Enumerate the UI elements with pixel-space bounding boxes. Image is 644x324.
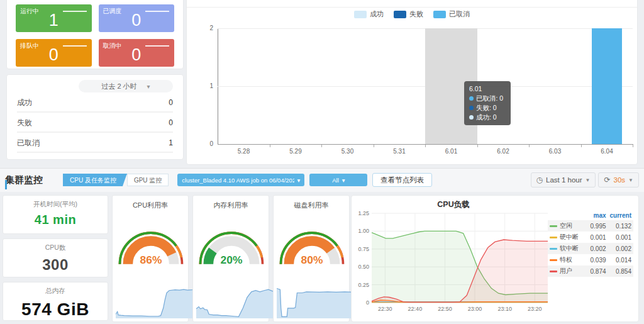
legend-current-value: 0.854 [608,265,633,277]
tab-cpu-monitor[interactable]: CPU 及任务监控 [63,174,127,186]
title-accent-bar [5,180,7,189]
time-range-select-label: 过去 2 小时 [101,82,136,91]
time-range-select[interactable]: 过去 2 小时 ▾ [79,80,173,92]
tab-gpu-monitor[interactable]: GPU 监控 [127,174,169,186]
stat-card-value: 0 [99,11,175,30]
divider [187,7,637,8]
x-tick-label: 6.01 [425,148,477,155]
legend-max-header: max [586,211,608,220]
cpu-load-chart[interactable]: 00.250.500.751.001.2522:3022:4022:5023:0… [355,208,552,320]
refresh-interval-label: 30s [614,176,626,184]
chevron-down-icon: ▼ [628,177,633,183]
svg-text:1.00: 1.00 [358,228,369,234]
usage-sparkline [277,284,362,318]
bar-chart-legend: 成功 失败 已取消 [187,9,637,19]
node-filter-select[interactable]: All ▾ [309,174,367,186]
stat-card-value: 0 [16,45,92,65]
x-tick [374,145,374,147]
x-tick-label: 6.04 [581,148,633,155]
legend-current-header: current [608,211,633,220]
time-range-button[interactable]: ◷ Last 1 hour ▼ [531,172,596,187]
gauge-title: 内存利用率 [193,201,269,210]
node-stat-card: 开机时间(平均) 41 min [3,195,108,234]
y-tick-label: 0 [206,140,213,147]
time-range-label: Last 1 hour [546,176,582,184]
x-tick [425,145,426,147]
gauge: 86% [116,228,186,267]
legend-row[interactable]: 特权 0.039 0.014 [548,254,633,265]
legend-swatch [354,11,367,18]
legend-row[interactable]: 空闲 0.995 0.132 [548,220,633,232]
y-tick-label: 2 [206,25,213,31]
chevron-down-icon: ▾ [342,177,345,184]
series-color-icon [550,225,557,227]
scheduler-stat-card: 运行中 1 [16,4,92,32]
legend-row[interactable]: 硬中断 0.001 0.001 [548,232,633,243]
gauge: 20% [197,228,266,267]
chevron-down-icon: ▾ [297,177,301,184]
x-tick [581,145,582,147]
summary-row-value: 1 [169,138,173,147]
svg-text:23:20: 23:20 [528,306,542,312]
node-filter-value: All [332,177,339,184]
series-color-icon [550,259,557,261]
x-tick-label: 5.30 [321,148,374,155]
bar-chart-plot[interactable] [218,28,633,144]
legend-current-value: 0.014 [608,254,633,265]
legend-series-name: 软中断 [548,243,586,254]
refresh-button[interactable]: ⟳ 30s ▼ [598,172,639,187]
legend-swatch [433,11,446,18]
legend-swatch [394,11,406,18]
legend-label: 已取消 [449,9,470,19]
node-stat-card: 总内存 574 GiB [3,282,108,321]
monitor-tabs: CPU 及任务监控GPU 监控 [63,174,169,186]
node-stat-value: 41 min [3,213,108,227]
tooltip-row-text: 已取消: 0 [476,94,503,103]
legend-row[interactable]: 软中断 0.002 0.002 [548,243,633,254]
svg-text:23:10: 23:10 [497,306,512,312]
node-stat-label: CPU数 [3,243,108,252]
series-dot-icon [469,106,474,110]
view-node-list-button[interactable]: 查看节点列表 [372,173,432,187]
summary-row-value: 0 [169,98,173,107]
svg-text:23:00: 23:00 [468,306,482,312]
legend-max-value: 0.002 [586,243,608,254]
section-title: 集群监控 [5,174,43,186]
x-tick [633,145,633,147]
gauge-card: CPU利用率 86% [112,195,189,322]
legend-row[interactable]: 用户 0.874 0.854 [548,265,633,277]
chevron-down-icon: ▾ [147,83,150,90]
svg-text:0.50: 0.50 [358,264,369,270]
series-dot-icon [469,115,474,120]
legend-series-name: 用户 [548,265,586,277]
node-stat-value: 300 [3,256,108,274]
legend-current-value: 0.001 [608,232,633,243]
legend-name-col [548,211,586,220]
x-tick-label: 5.28 [218,148,270,155]
usage-sparkline [116,284,201,318]
bar-6.04[interactable] [592,28,622,144]
x-tick-label: 5.31 [374,148,426,155]
svg-text:1.25: 1.25 [358,210,369,216]
tooltip-row-text: 失败: 0 [476,103,497,113]
x-tick [270,145,270,147]
tooltip-row: 成功: 0 [469,113,506,122]
refresh-icon: ⟳ [604,176,610,184]
legend-item[interactable]: 成功 [354,9,384,19]
job-select-value: cluster_Bladed 4.10 AWS job on 06/04/202… [182,177,294,184]
cpu-load-legend-table: max current 空闲 0.995 0.132 硬中断 0.001 0.0… [548,211,633,277]
summary-row-label: 已取消 [17,138,40,148]
summary-rows: 成功 0 失败 0 已取消 1 [17,94,173,153]
summary-row: 已取消 1 [17,134,173,153]
stat-card-value: 1 [16,11,92,30]
scheduler-stat-card: 取消中 0 [99,39,175,67]
node-stat-label: 开机时间(平均) [3,200,108,209]
legend-item[interactable]: 失败 [394,9,423,19]
job-select[interactable]: cluster_Bladed 4.10 AWS job on 06/04/202… [177,174,304,186]
legend-item[interactable]: 已取消 [433,9,470,19]
svg-text:22:50: 22:50 [438,306,452,312]
x-tick [477,145,478,147]
cpu-load-panel: CPU负载 00.250.500.751.001.2522:3022:4022:… [351,195,639,322]
tooltip-title: 6.01 [469,84,506,94]
scheduler-stat-grid: 运行中 1 已调度 0 排队中 0 取消中 0 [7,0,183,74]
